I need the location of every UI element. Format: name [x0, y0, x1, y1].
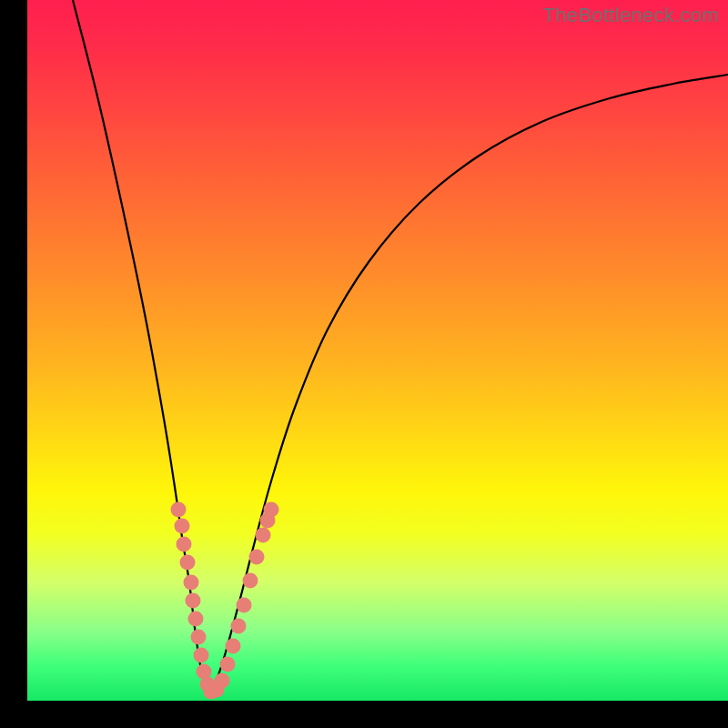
scatter-dot	[186, 593, 201, 609]
plot-area: TheBottleneck.com	[27, 0, 728, 701]
scatter-dot	[177, 537, 192, 552]
scatter-dot	[215, 673, 230, 689]
scatter-dot	[175, 519, 190, 534]
chart-stage: TheBottleneck.com	[0, 0, 728, 728]
left-curve	[73, 0, 209, 695]
scatter-dot	[194, 648, 209, 663]
scatter-dot	[191, 630, 207, 645]
scatter-dot	[171, 502, 187, 518]
scatter-dot	[231, 619, 247, 634]
scatter-dot	[237, 598, 252, 613]
right-curve	[209, 75, 728, 695]
scatter-dot	[226, 639, 241, 654]
scatter-dot	[180, 555, 196, 571]
scatter-dot	[256, 528, 271, 543]
scatter-dot	[184, 575, 199, 591]
curve-layer	[27, 0, 728, 701]
scatter-dot	[220, 657, 236, 672]
scatter-dots	[171, 502, 279, 700]
scatter-dot	[264, 502, 279, 518]
scatter-dot	[243, 573, 258, 589]
scatter-dot	[249, 550, 265, 565]
scatter-dot	[188, 612, 204, 627]
